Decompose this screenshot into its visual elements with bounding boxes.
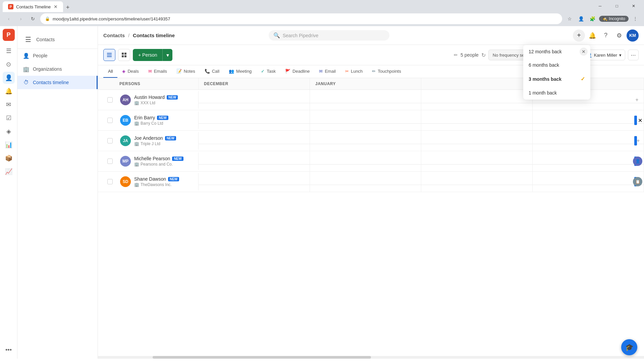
new-badge-erin: NEW [157,116,168,120]
horizontal-scrollbar[interactable] [98,356,644,359]
address-bar[interactable]: 🔒 moodjoy1altd.pipedrive.com/persons/tim… [40,13,562,24]
add-person-dropdown-button[interactable]: ▾ [162,49,172,61]
more-options-button[interactable]: ··· [628,50,639,60]
row-checkbox-michelle[interactable] [103,159,117,164]
close-button[interactable]: ✕ [626,0,641,12]
filter-tab-notes[interactable]: 📝 Notes [172,65,200,78]
dropdown-item-6months[interactable]: 6 months back [523,58,590,72]
notifications-header-icon[interactable]: 🔔 [586,29,598,42]
add-activity-joe[interactable]: + [634,137,642,145]
dropdown-label-6months: 6 months back [529,62,559,68]
person-name-michelle[interactable]: Michelle Pearson NEW [134,156,193,161]
person-cell-austin: AH Austin Howard NEW 🏢 XXX Ltd [98,91,199,109]
row-checkbox-austin[interactable] [103,97,117,103]
filter-tab-deadline[interactable]: 🚩 Deadline [280,65,314,78]
filter-tab-lunch[interactable]: ✂ Lunch [340,65,367,78]
new-tab-button[interactable]: + [63,3,72,12]
dropdown-close-button[interactable]: ✕ [580,48,588,56]
add-person-button[interactable]: + Person [133,49,162,61]
deals-tab-label: Deals [127,69,139,74]
row-checkbox-joe[interactable] [103,138,117,143]
person-name-austin[interactable]: Austin Howard NEW [134,95,193,100]
sidebar-icon-mail[interactable]: ✉ [3,99,15,111]
filter-tab-emails[interactable]: ✉ Emails [144,65,172,78]
bookmark-star-icon[interactable]: ☆ [565,14,574,23]
hamburger-menu-btn[interactable]: ☰ [23,34,34,45]
timeline-cell-erin-mar: ✕ [533,110,644,130]
minimize-button[interactable]: ─ [592,0,608,12]
filter-tab-task[interactable]: ✓ Task [256,65,280,78]
sidebar-icon-menu[interactable]: ☰ [3,45,15,57]
table-row: EB Erin Barry NEW 🏢 Barry Co Ltd [98,110,644,131]
svg-rect-0 [107,53,112,54]
lunch-tab-label: Lunch [351,69,363,74]
sidebar-icon-tasks[interactable]: ☑ [3,112,15,124]
sidebar-icon-notifications[interactable]: 🔔 [3,85,15,97]
maximize-button[interactable]: □ [609,0,625,12]
search-bar[interactable]: 🔍 [269,30,389,41]
edit-icon[interactable]: ✏ [454,52,458,58]
help-header-icon[interactable]: ? [600,29,612,42]
extensions-icon[interactable]: 🧩 [588,14,597,23]
breadcrumb-contacts[interactable]: Contacts [36,37,55,42]
filter-tab-meeting[interactable]: 👥 Meeting [224,65,256,78]
person-name-erin[interactable]: Erin Barry NEW [134,115,193,120]
meeting-icon: 👥 [229,69,234,74]
person-cell-erin: EB Erin Barry NEW 🏢 Barry Co Ltd [98,112,199,129]
page-title: Contacts timeline [133,33,175,38]
filter-tab-touchpoints[interactable]: ✏ Touchpoints [367,65,406,78]
tab-close-btn[interactable]: ✕ [54,4,58,9]
breadcrumb-contacts-link[interactable]: Contacts [103,33,125,38]
nav-item-people[interactable]: 👤 People [17,49,98,62]
close-marker-erin[interactable]: ✕ [638,117,642,124]
forward-button[interactable]: › [16,14,25,23]
user-avatar-button[interactable]: KM [627,29,639,42]
timeline-cell-joe-dec [199,131,310,151]
avatar-michelle: MP [120,156,131,167]
persons-column-header: PERSONS [119,81,140,86]
sidebar-icon-contacts[interactable]: 👤 [3,72,15,84]
sidebar-icon-deals[interactable]: ◈ [3,125,15,137]
incognito-badge: 🕵 Incognito [599,16,629,22]
people-count-label: 5 people [461,52,479,58]
nav-label-timeline: Contacts timeline [33,80,69,85]
global-add-button[interactable]: + [573,29,585,42]
dropdown-item-1month[interactable]: 1 month back [523,86,590,100]
dropdown-label-1month: 1 month back [529,90,557,96]
filter-tab-deals[interactable]: ◈ Deals [117,65,143,78]
sidebar-icon-home[interactable]: ⊙ [3,58,15,70]
sidebar-icon-products[interactable]: 📦 [3,152,15,164]
search-input[interactable] [283,33,385,38]
list-view-button[interactable] [103,49,115,61]
filter-tab-all[interactable]: All [103,65,117,78]
person-name-shane[interactable]: Shane Dawson NEW [134,176,193,182]
refresh-button[interactable]: ↻ [28,14,38,23]
browser-menu-icon[interactable]: ⋮ [631,14,640,23]
breadcrumb: Contacts [36,37,55,42]
nav-item-contacts-timeline[interactable]: ⏱ Contacts timeline [17,76,98,89]
avatar-austin: AH [120,95,131,105]
sidebar-icon-insights[interactable]: 📈 [3,166,15,178]
person-name-joe[interactable]: Joe Anderson NEW [134,135,193,141]
dropdown-item-3months[interactable]: 3 months back ✓ [523,72,590,86]
nav-item-organizations[interactable]: 🏢 Organizations [17,62,98,76]
filter-tab-email[interactable]: ✉ Email [314,65,340,78]
table-row: SD Shane Dawson NEW 🏢 TheDawsons Inc. [98,172,644,192]
browser-tab[interactable]: P Contacts Timeline ✕ [3,1,63,12]
back-button[interactable]: ‹ [4,14,13,23]
grid-view-button[interactable] [118,49,130,61]
person-org-michelle: 🏢 Pearsons and Co. [134,162,193,167]
pipedrive-logo[interactable]: P [3,29,15,41]
profile-icon[interactable]: 👤 [576,14,586,23]
org-icon-erin: 🏢 [134,121,139,126]
sidebar-icon-analytics[interactable]: 📊 [3,139,15,151]
filter-tab-call[interactable]: 📞 Call [200,65,224,78]
row-checkbox-erin[interactable] [103,118,117,123]
sidebar-icon-more[interactable]: ••• [3,344,15,356]
help-button[interactable]: 🎓 [621,339,637,355]
note-marker-shane[interactable]: 📋 [633,177,642,186]
person-marker-michelle[interactable]: 👤 [633,157,642,166]
scrollbar-thumb[interactable] [153,356,371,359]
row-checkbox-shane[interactable] [103,179,117,184]
settings-header-icon[interactable]: ⚙ [613,29,625,42]
